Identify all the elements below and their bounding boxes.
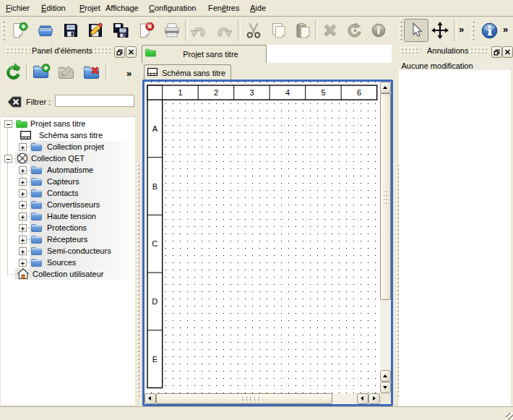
svg-text:E: E <box>152 355 158 364</box>
svg-text:B: B <box>152 182 158 191</box>
svg-text:A: A <box>152 124 158 133</box>
svg-text:2: 2 <box>214 88 218 97</box>
svg-text:1: 1 <box>178 88 182 97</box>
svg-text:3: 3 <box>249 88 254 97</box>
svg-text:4: 4 <box>285 88 290 97</box>
svg-text:C: C <box>152 239 158 248</box>
svg-text:5: 5 <box>321 88 325 97</box>
svg-text:D: D <box>152 297 158 306</box>
svg-text:6: 6 <box>357 88 361 97</box>
